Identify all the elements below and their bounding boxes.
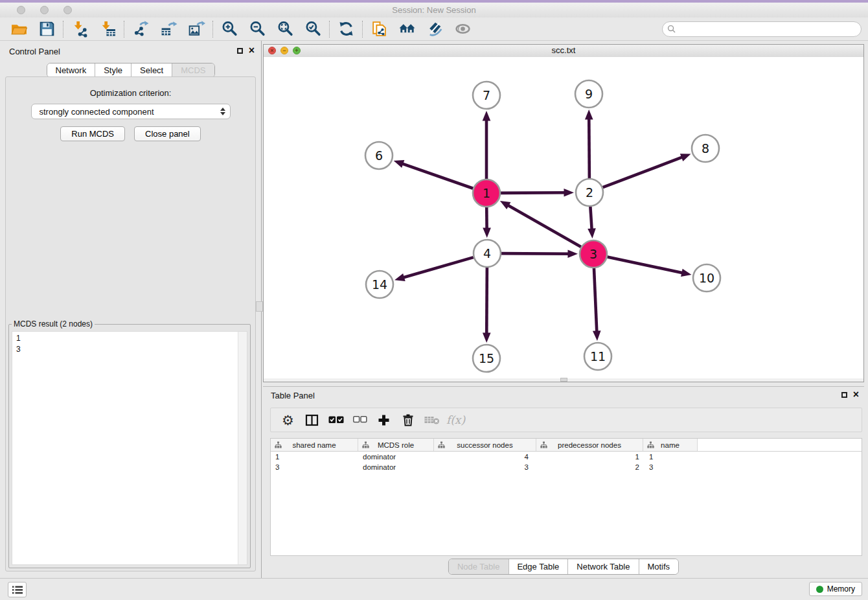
table-cell[interactable]: dominator — [358, 463, 434, 471]
memory-label: Memory — [827, 584, 855, 594]
table-cell[interactable]: 3 — [643, 463, 698, 471]
edge-arrowhead — [593, 330, 601, 341]
table-cell[interactable]: 1 — [643, 453, 698, 461]
node-label: 2 — [586, 185, 593, 200]
tab-network[interactable]: Network — [47, 63, 95, 77]
tab-mcds[interactable]: MCDS — [172, 63, 214, 77]
graph-node-6[interactable]: 6 — [365, 142, 393, 169]
table-cell[interactable]: 3 — [434, 463, 536, 471]
graph-edge-2-9[interactable] — [589, 115, 589, 178]
column-header-successor-nodes[interactable]: successor nodes — [434, 439, 536, 451]
show-columns-button[interactable] — [300, 410, 324, 430]
search-field[interactable] — [662, 21, 862, 37]
splitter-grip[interactable] — [256, 301, 263, 312]
graph-node-4[interactable]: 4 — [474, 240, 501, 267]
graph-node-14[interactable]: 14 — [366, 271, 393, 298]
search-input[interactable] — [678, 23, 856, 34]
graph-node-11[interactable]: 11 — [584, 343, 611, 370]
unselect-all-columns-button[interactable] — [348, 410, 372, 430]
table-cell[interactable]: 3 — [271, 463, 358, 471]
graph-edge-4-15[interactable] — [486, 268, 487, 337]
titlebar: Session: New Session — [0, 3, 868, 18]
export-table-button[interactable] — [155, 19, 183, 40]
edge-arrowhead — [588, 228, 596, 238]
column-header-name[interactable]: name — [643, 439, 698, 451]
graph-edge-1-2[interactable] — [501, 192, 568, 193]
table-row[interactable]: 3dominator323 — [271, 462, 862, 472]
table-settings-button[interactable]: ⚙ — [276, 410, 300, 430]
open-session-button[interactable] — [5, 19, 33, 40]
table-cell[interactable]: 4 — [434, 453, 536, 461]
network-window-titlebar[interactable]: × − + scc.txt — [264, 45, 863, 58]
table-cell[interactable]: 2 — [536, 463, 643, 471]
tab-edge-table[interactable]: Edge Table — [508, 559, 567, 574]
float-panel-icon[interactable] — [841, 392, 847, 398]
zoom-fit-button[interactable] — [271, 19, 299, 40]
table-cell[interactable]: 1 — [536, 453, 643, 461]
graph-node-15[interactable]: 15 — [473, 345, 500, 372]
create-column-button[interactable] — [372, 410, 396, 430]
frame-close-button[interactable]: × — [268, 47, 276, 54]
table-toolbar: ⚙ — [270, 408, 862, 432]
tab-select[interactable]: Select — [131, 63, 172, 77]
apply-layout-button[interactable] — [332, 19, 360, 40]
table-row[interactable]: 1dominator411 — [271, 452, 862, 462]
run-mcds-button[interactable]: Run MCDS — [60, 126, 125, 141]
home-button[interactable] — [393, 19, 421, 40]
delete-column-button[interactable] — [396, 410, 420, 430]
graph-node-3[interactable]: 3 — [580, 240, 607, 268]
result-scrollbar[interactable] — [238, 332, 247, 564]
zoom-out-button[interactable] — [244, 19, 271, 40]
edge-arrowhead — [483, 111, 491, 121]
graph-edge-4-14[interactable] — [400, 257, 474, 279]
graph-edge-2-8[interactable] — [603, 156, 686, 187]
network-canvas[interactable]: 7968124314101511 — [264, 57, 863, 378]
graph-edge-3-11[interactable] — [594, 268, 597, 335]
graph-edge-1-6[interactable] — [399, 163, 473, 189]
memory-button[interactable]: Memory — [809, 582, 862, 596]
zoom-selected-button[interactable] — [299, 19, 327, 40]
graph-node-7[interactable]: 7 — [473, 82, 500, 109]
table-body: 1dominator4113dominator323 — [271, 452, 862, 472]
select-all-columns-button[interactable] — [324, 410, 348, 430]
task-history-button[interactable] — [8, 582, 27, 597]
close-panel-icon[interactable]: × — [249, 47, 255, 54]
export-network-button[interactable] — [127, 19, 155, 40]
table-cell[interactable]: 1 — [271, 453, 358, 461]
graph-node-1[interactable]: 1 — [473, 179, 500, 207]
frame-resize-grip[interactable] — [560, 378, 567, 382]
close-panel-button[interactable]: Close panel — [134, 126, 201, 141]
graphics-details-button[interactable] — [421, 19, 449, 40]
graph-node-9[interactable]: 9 — [575, 80, 602, 108]
graph-edge-3-1[interactable] — [505, 203, 581, 247]
criterion-selected-value: strongly connected component — [40, 107, 154, 117]
save-session-button[interactable] — [33, 19, 61, 40]
close-panel-icon[interactable]: × — [853, 391, 859, 398]
column-header-shared-name[interactable]: shared name — [271, 439, 358, 451]
clone-network-button[interactable] — [365, 19, 393, 40]
column-header-predecessor-nodes[interactable]: predecessor nodes — [536, 439, 643, 451]
zoom-in-button[interactable] — [216, 19, 244, 40]
graph-edge-3-10[interactable] — [608, 257, 686, 274]
float-panel-icon[interactable] — [237, 48, 243, 54]
hide-panel-eye-button[interactable] — [449, 19, 477, 40]
tab-motifs[interactable]: Motifs — [638, 559, 678, 574]
table-cell[interactable]: dominator — [358, 453, 434, 461]
import-network-button[interactable] — [66, 19, 94, 40]
graph-node-10[interactable]: 10 — [693, 264, 720, 292]
frame-zoom-button[interactable]: + — [293, 47, 301, 54]
zoom-selected-icon — [304, 20, 322, 38]
import-table-button[interactable] — [94, 19, 122, 40]
mcds-result-box[interactable]: 1 3 — [12, 331, 247, 565]
graph-node-2[interactable]: 2 — [576, 179, 603, 206]
frame-minimize-button[interactable]: − — [280, 47, 288, 54]
tab-node-table[interactable]: Node Table — [449, 559, 508, 574]
criterion-select[interactable]: strongly connected component — [31, 104, 231, 119]
tab-network-table[interactable]: Network Table — [567, 559, 638, 574]
export-image-button[interactable] — [183, 19, 211, 40]
column-header-mcds-role[interactable]: MCDS role — [358, 439, 434, 451]
control-panel-title: Control Panel — [9, 47, 60, 56]
tab-style[interactable]: Style — [95, 63, 131, 77]
graph-edge-4-3[interactable] — [501, 253, 572, 254]
graph-node-8[interactable]: 8 — [692, 135, 719, 162]
